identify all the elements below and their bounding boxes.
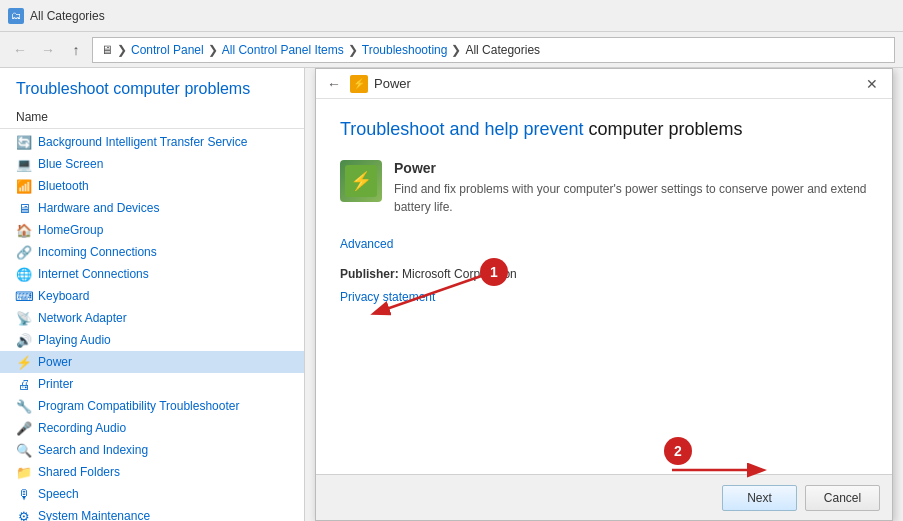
title-bar-icon: 🗂 — [8, 8, 24, 24]
breadcrumb-troubleshooting[interactable]: Troubleshooting — [362, 43, 448, 57]
list-item-label: System Maintenance — [38, 509, 150, 521]
dialog-box: ← ⚡ Power ✕ Troubleshoot and help preven… — [315, 68, 893, 521]
dialog-footer: 2 Next Cancel — [316, 474, 892, 520]
breadcrumb-current: All Categories — [465, 43, 540, 57]
list-item-keyboard[interactable]: ⌨Keyboard — [0, 285, 304, 307]
list-item-hardware-and-devices[interactable]: 🖥Hardware and Devices — [0, 197, 304, 219]
list-item-label: HomeGroup — [38, 223, 103, 237]
nav-bar: ← → ↑ 🖥 ❯ Control Panel ❯ All Control Pa… — [0, 32, 903, 68]
list-item-label: Network Adapter — [38, 311, 127, 325]
list-item-label: Keyboard — [38, 289, 89, 303]
list-item-label: Blue Screen — [38, 157, 103, 171]
main-content: Troubleshoot computer problems Name 🔄Bac… — [0, 68, 903, 521]
publisher-label: Publisher: — [340, 267, 399, 281]
list-item-label: Hardware and Devices — [38, 201, 159, 215]
dialog-title: Power — [374, 76, 411, 91]
list-item-icon: 🎙 — [16, 486, 32, 502]
list-item-icon: 🌐 — [16, 266, 32, 282]
list-item-label: Shared Folders — [38, 465, 120, 479]
right-panel: 1 ← ⚡ Power ✕ Trou — [305, 68, 903, 521]
list-item-icon: 🎤 — [16, 420, 32, 436]
dialog-heading-black: computer problems — [589, 119, 743, 139]
list-item-icon: 🏠 — [16, 222, 32, 238]
dialog-title-bar: ← ⚡ Power ✕ — [316, 69, 892, 99]
breadcrumb-icon: 🖥 — [101, 43, 113, 57]
list-item-background-intelligent-transfer-service[interactable]: 🔄Background Intelligent Transfer Service — [0, 131, 304, 153]
list-item-homegroup[interactable]: 🏠HomeGroup — [0, 219, 304, 241]
left-panel: Troubleshoot computer problems Name 🔄Bac… — [0, 68, 305, 521]
list-item-label: Playing Audio — [38, 333, 111, 347]
list-item-bluetooth[interactable]: 📶Bluetooth — [0, 175, 304, 197]
list-item-internet-connections[interactable]: 🌐Internet Connections — [0, 263, 304, 285]
items-list: 🔄Background Intelligent Transfer Service… — [0, 131, 304, 521]
forward-button[interactable]: → — [36, 38, 60, 62]
annotation-1: 1 — [480, 258, 508, 286]
list-item-blue-screen[interactable]: 💻Blue Screen — [0, 153, 304, 175]
dialog-heading-blue: Troubleshoot and help prevent — [340, 119, 584, 139]
list-item-recording-audio[interactable]: 🎤Recording Audio — [0, 417, 304, 439]
list-item-icon: ⚙ — [16, 508, 32, 521]
dialog-title-icon: ⚡ — [350, 75, 368, 93]
list-item-label: Search and Indexing — [38, 443, 148, 457]
list-item-icon: 🔗 — [16, 244, 32, 260]
list-item-label: Power — [38, 355, 72, 369]
list-item-icon: ⌨ — [16, 288, 32, 304]
list-item-icon: 🔍 — [16, 442, 32, 458]
list-item-icon: ⚡ — [16, 354, 32, 370]
list-item-icon: 🔊 — [16, 332, 32, 348]
dialog-body: Troubleshoot and help prevent computer p… — [316, 99, 892, 474]
list-item-icon: 🔄 — [16, 134, 32, 150]
power-title: Power — [394, 160, 868, 176]
left-panel-header: Troubleshoot computer problems — [0, 68, 304, 106]
power-info: ⚡ Power Find and fix problems with your … — [340, 160, 868, 216]
list-item-incoming-connections[interactable]: 🔗Incoming Connections — [0, 241, 304, 263]
list-item-speech[interactable]: 🎙Speech — [0, 483, 304, 505]
list-item-power[interactable]: ⚡Power — [0, 351, 304, 373]
list-item-icon: 📁 — [16, 464, 32, 480]
dialog-back-button[interactable]: ← — [324, 74, 344, 94]
list-item-network-adapter[interactable]: 📡Network Adapter — [0, 307, 304, 329]
list-item-label: Printer — [38, 377, 73, 391]
col-header: Name — [0, 106, 304, 129]
list-item-label: Bluetooth — [38, 179, 89, 193]
advanced-link[interactable]: Advanced — [340, 237, 393, 251]
breadcrumb: 🖥 ❯ Control Panel ❯ All Control Panel It… — [92, 37, 895, 63]
list-item-icon: 🔧 — [16, 398, 32, 414]
cancel-button[interactable]: Cancel — [805, 485, 880, 511]
list-item-icon: 🖨 — [16, 376, 32, 392]
power-desc: Power Find and fix problems with your co… — [394, 160, 868, 216]
list-item-label: Incoming Connections — [38, 245, 157, 259]
annotation-2: 2 — [664, 437, 692, 465]
dialog-heading: Troubleshoot and help prevent computer p… — [340, 119, 868, 140]
breadcrumb-all-items[interactable]: All Control Panel Items — [222, 43, 344, 57]
up-button[interactable]: ↑ — [64, 38, 88, 62]
list-item-label: Background Intelligent Transfer Service — [38, 135, 247, 149]
dialog-close-button[interactable]: ✕ — [860, 74, 884, 94]
list-item-program-compatibility-troubleshooter[interactable]: 🔧Program Compatibility Troubleshooter — [0, 395, 304, 417]
back-button[interactable]: ← — [8, 38, 32, 62]
list-item-icon: 🖥 — [16, 200, 32, 216]
next-button[interactable]: Next — [722, 485, 797, 511]
list-item-label: Program Compatibility Troubleshooter — [38, 399, 239, 413]
svg-text:⚡: ⚡ — [350, 170, 373, 192]
list-item-label: Internet Connections — [38, 267, 149, 281]
list-item-label: Speech — [38, 487, 79, 501]
breadcrumb-control-panel[interactable]: Control Panel — [131, 43, 204, 57]
privacy-link[interactable]: Privacy statement — [340, 290, 435, 304]
power-icon: ⚡ — [340, 160, 382, 202]
list-item-playing-audio[interactable]: 🔊Playing Audio — [0, 329, 304, 351]
publisher-row: Publisher: Microsoft Corporation — [340, 267, 868, 281]
list-item-label: Recording Audio — [38, 421, 126, 435]
title-bar: 🗂 All Categories — [0, 0, 903, 32]
list-item-shared-folders[interactable]: 📁Shared Folders — [0, 461, 304, 483]
list-item-icon: 💻 — [16, 156, 32, 172]
power-description: Find and fix problems with your computer… — [394, 180, 868, 216]
title-bar-title: All Categories — [30, 9, 105, 23]
list-item-icon: 📶 — [16, 178, 32, 194]
list-item-system-maintenance[interactable]: ⚙System Maintenance — [0, 505, 304, 521]
list-item-icon: 📡 — [16, 310, 32, 326]
list-item-search-and-indexing[interactable]: 🔍Search and Indexing — [0, 439, 304, 461]
list-item-printer[interactable]: 🖨Printer — [0, 373, 304, 395]
